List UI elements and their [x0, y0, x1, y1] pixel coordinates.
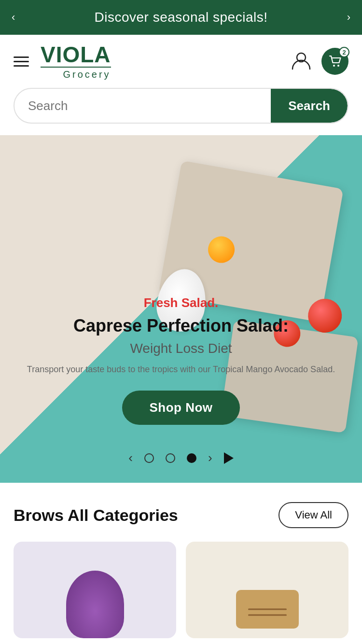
hamburger-menu[interactable] — [14, 56, 29, 67]
header: VIOLA Grocery 2 — [0, 35, 362, 88]
orange-slice — [206, 234, 237, 265]
header-right: 2 — [291, 48, 348, 75]
hamburger-line — [14, 61, 29, 62]
logo-underline — [41, 67, 111, 68]
categories-section: Brows All Categories View All — [0, 483, 362, 644]
carousel-prev-arrow[interactable]: ‹ — [128, 450, 133, 465]
banner-prev-arrow[interactable]: ‹ — [12, 11, 15, 24]
carousel-next-arrow[interactable]: › — [208, 450, 212, 465]
category-card-vegetables[interactable] — [14, 542, 176, 638]
categories-grid — [14, 542, 348, 638]
category-card-snacks[interactable] — [186, 542, 348, 638]
hero-content: Fresh Salad. Caprese Perfection Salad: W… — [0, 295, 362, 425]
veggie-shape-icon — [66, 571, 124, 638]
hero-tag: Fresh Salad. — [19, 295, 343, 310]
search-bar: Search — [14, 88, 348, 124]
hamburger-line — [14, 65, 29, 67]
banner-next-arrow[interactable]: › — [347, 11, 350, 24]
categories-title: Brows All Categories — [14, 506, 178, 525]
header-left: VIOLA Grocery — [14, 43, 111, 79]
carousel-dot-1[interactable] — [144, 453, 154, 463]
search-input[interactable] — [14, 98, 271, 113]
hero-title: Caprese Perfection Salad: — [19, 315, 343, 336]
search-button[interactable]: Search — [271, 89, 348, 123]
search-bar-wrapper: Search — [0, 88, 362, 135]
hamburger-line — [14, 56, 29, 58]
cookie-line-1 — [248, 609, 287, 610]
carousel-dot-2[interactable] — [166, 453, 175, 463]
banner-text: Discover seasonal specials! — [95, 10, 268, 25]
user-icon[interactable] — [291, 50, 312, 73]
cart-icon — [328, 54, 342, 69]
carousel-play-button[interactable] — [224, 452, 234, 464]
svg-point-2 — [337, 65, 339, 67]
shop-now-button[interactable]: Shop Now — [122, 391, 239, 425]
cookie-shape-icon — [236, 590, 299, 629]
hero-description: Transport your taste buds to the tropics… — [19, 363, 343, 376]
logo[interactable]: VIOLA Grocery — [41, 43, 111, 79]
cart-button[interactable]: 2 — [321, 48, 348, 75]
cart-badge: 2 — [339, 47, 349, 57]
categories-header: Brows All Categories View All — [14, 502, 348, 528]
cookie-line-2 — [248, 615, 287, 616]
svg-point-1 — [333, 65, 335, 67]
carousel-controls: ‹ › — [0, 450, 362, 465]
top-banner: ‹ Discover seasonal specials! › — [0, 0, 362, 35]
hero-carousel: Fresh Salad. Caprese Perfection Salad: W… — [0, 135, 362, 483]
carousel-dot-3[interactable] — [187, 453, 196, 463]
logo-grocery-text: Grocery — [41, 70, 111, 79]
view-all-button[interactable]: View All — [278, 502, 348, 528]
hero-subtitle: Weight Loss Diet — [19, 341, 343, 356]
logo-viola-text: VIOLA — [41, 43, 111, 66]
